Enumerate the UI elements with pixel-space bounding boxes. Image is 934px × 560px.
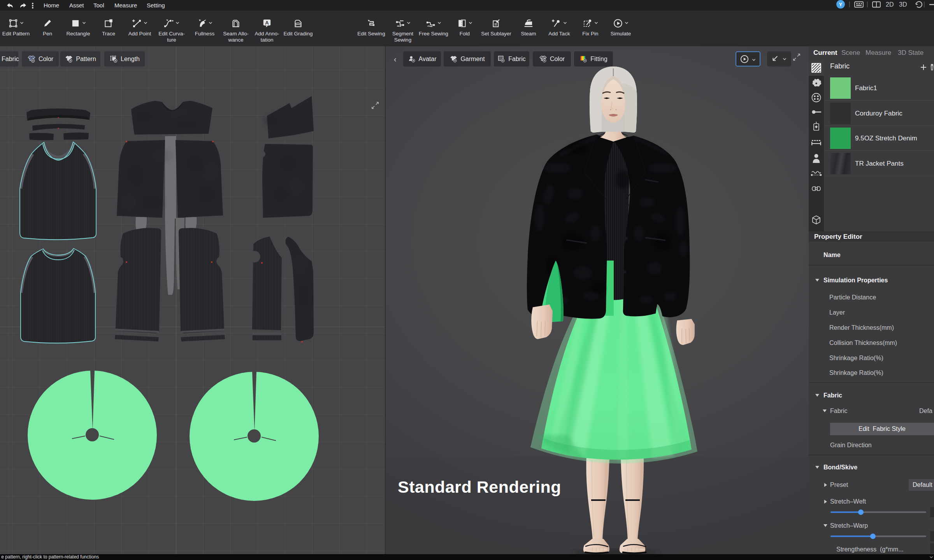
svg-text:3D: 3D: [899, 1, 907, 8]
svg-text:2D: 2D: [886, 1, 894, 8]
svg-text:Y: Y: [839, 2, 843, 7]
svg-text:A: A: [265, 20, 269, 26]
